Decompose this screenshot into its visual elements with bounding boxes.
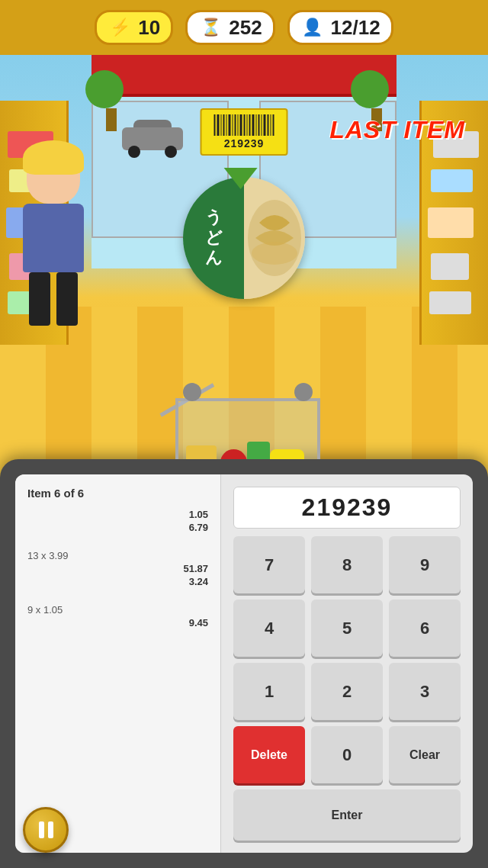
timer-stat: ⏳ 252: [185, 10, 274, 45]
grocery-bread: [186, 445, 217, 459]
receipt-amount-7: 9.45: [189, 617, 208, 628]
b18: [264, 114, 266, 136]
character: [8, 146, 99, 345]
timer-value: 252: [229, 16, 262, 40]
b20: [271, 114, 271, 136]
bowl-right-half: [244, 177, 305, 299]
svg-point-1: [252, 242, 297, 265]
b2: [217, 114, 220, 136]
cart-wheel-left: [183, 383, 201, 401]
delete-button[interactable]: Delete: [233, 726, 305, 783]
receipt-amount-2: 6.79: [189, 522, 208, 533]
grocery-item-yellow: [270, 449, 304, 459]
pause-bar-left: [39, 821, 44, 838]
b11: [244, 114, 246, 136]
receipt-blank-1: [27, 535, 208, 550]
receipt-title: Item 6 of 6: [27, 487, 208, 500]
lightning-value: 10: [138, 16, 160, 40]
lightning-stat: ⚡ 10: [95, 10, 173, 45]
key-0[interactable]: 0: [311, 726, 383, 783]
tablet: Item 6 of 6 1.05 6.79 13 x 3.99 51.87: [0, 459, 488, 868]
key-3[interactable]: 3: [389, 663, 461, 720]
receipt-row-2: 6.79: [27, 522, 208, 533]
receipt-row-4: 51.87: [27, 563, 208, 574]
price-pointer: [224, 168, 258, 189]
b3: [221, 114, 222, 136]
b4: [223, 114, 225, 136]
top-bar: ⚡ 10 ⏳ 252 👤 12/12: [0, 0, 488, 55]
tablet-screen: Item 6 of 6 1.05 6.79 13 x 3.99 51.87: [15, 474, 473, 853]
timer-icon: ⏳: [198, 15, 223, 40]
b10: [240, 114, 242, 136]
barcode-lines: [214, 114, 274, 136]
grocery-veggie: [247, 442, 270, 459]
shelf-item: [431, 253, 469, 280]
barcode-number: 219239: [214, 137, 274, 149]
receipt-row-3: 13 x 3.99: [27, 550, 208, 561]
key-1[interactable]: 1: [233, 663, 305, 720]
display-screen: 219239: [233, 487, 461, 529]
key-8[interactable]: 8: [311, 536, 383, 593]
b9: [238, 114, 239, 136]
receipt-label-6: 9 x 1.05: [27, 604, 63, 616]
receipt-row-5: 3.24: [27, 576, 208, 587]
bowl-left-half: うどん: [183, 177, 244, 299]
char-head: [27, 146, 80, 204]
bowl-text: うどん: [205, 207, 223, 268]
tree-left: [99, 70, 124, 131]
receipt-panel: Item 6 of 6 1.05 6.79 13 x 3.99 51.87: [15, 474, 221, 853]
food-item: うどん: [183, 177, 305, 299]
b6: [229, 114, 231, 136]
receipt-row-6: 9 x 1.05: [27, 604, 208, 616]
shelf-item: [431, 169, 473, 192]
b19: [268, 114, 269, 136]
pause-bar-right: [48, 821, 53, 838]
receipt-blank-2: [27, 589, 208, 604]
receipt-row-7: 9.45: [27, 617, 208, 628]
char-leg-left: [29, 272, 50, 326]
b1: [214, 114, 216, 136]
game-scene: 219239 LAST ITEM うどん: [0, 55, 488, 459]
car-wheel-left: [128, 146, 140, 158]
b15: [256, 114, 257, 136]
udon-bowl: うどん: [183, 177, 305, 299]
b5: [226, 114, 227, 136]
cart-basket: [175, 398, 320, 459]
tree-top-left: [85, 70, 124, 108]
pause-button[interactable]: [23, 807, 69, 853]
b13: [249, 114, 251, 136]
char-hair: [23, 140, 84, 175]
b12: [247, 114, 248, 136]
b16: [258, 114, 260, 136]
receipt-rows: 1.05 6.79 13 x 3.99 51.87 3.24: [27, 509, 208, 628]
last-item-label: LAST ITEM: [329, 116, 465, 144]
b8: [235, 114, 236, 136]
barcode-label: 219239: [201, 108, 288, 156]
b21: [273, 114, 274, 136]
shelf-item: [428, 207, 474, 238]
key-7[interactable]: 7: [233, 536, 305, 593]
lightning-icon: ⚡: [108, 15, 132, 40]
customer-icon: 👤: [300, 15, 325, 40]
receipt-amount-1: 1.05: [189, 509, 208, 520]
car: [122, 124, 183, 158]
shelf-item: [429, 291, 471, 314]
receipt-row-1: 1.05: [27, 509, 208, 520]
cart-wheel-right: [294, 383, 313, 401]
key-6[interactable]: 6: [389, 600, 461, 657]
char-legs: [8, 272, 99, 326]
keypad-panel: 219239 7 8 9 4 5 6 1 2 3 Delete 0 Clear …: [221, 474, 473, 853]
pause-icon: [39, 821, 53, 838]
receipt-amount-5: 3.24: [189, 576, 208, 587]
key-2[interactable]: 2: [311, 663, 383, 720]
char-body: [23, 204, 84, 272]
key-5[interactable]: 5: [311, 600, 383, 657]
key-4[interactable]: 4: [233, 600, 305, 657]
enter-button[interactable]: Enter: [233, 789, 461, 841]
char-leg-right: [56, 272, 78, 326]
key-9[interactable]: 9: [389, 536, 461, 593]
customer-stat: 👤 12/12: [287, 10, 393, 45]
clear-button[interactable]: Clear: [389, 726, 461, 783]
b17: [262, 114, 262, 136]
tree-trunk-left: [106, 108, 117, 131]
